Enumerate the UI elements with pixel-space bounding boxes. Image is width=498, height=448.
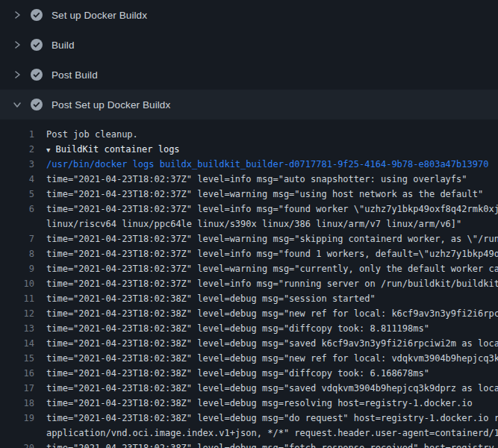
line-number[interactable]: 11 — [0, 291, 34, 306]
check-circle-icon — [31, 9, 43, 21]
line-number[interactable]: 1 — [0, 127, 34, 142]
line-number[interactable]: 8 — [0, 246, 34, 261]
line-number[interactable]: 2 — [0, 142, 34, 157]
log-line: 9time="2021-04-23T18:02:37Z" level=warni… — [0, 261, 498, 276]
section-header-build[interactable]: Build — [0, 30, 498, 60]
log-line: 14time="2021-04-23T18:02:38Z" level=debu… — [0, 336, 498, 351]
log-text: time="2021-04-23T18:02:37Z" level=warnin… — [46, 231, 498, 246]
log-line: 8time="2021-04-23T18:02:37Z" level=info … — [0, 246, 498, 261]
chevron-right-icon — [12, 40, 22, 49]
section-header-post-set-up-docker-buildx[interactable]: Post Set up Docker Buildx — [0, 90, 498, 119]
line-number — [0, 217, 34, 231]
line-number[interactable]: 7 — [0, 231, 34, 246]
log-text: time="2021-04-23T18:02:37Z" level=warnin… — [46, 187, 498, 202]
log-text: application/vnd.oci.image.index.v1+json,… — [46, 426, 498, 441]
log-line: application/vnd.oci.image.index.v1+json,… — [0, 426, 498, 441]
line-number[interactable]: 5 — [0, 187, 34, 202]
log-line: linux/riscv64 linux/ppc64le linux/s390x … — [0, 217, 498, 231]
section-label: Post Build — [52, 69, 98, 81]
chevron-right-icon — [12, 10, 22, 19]
log-line: 7time="2021-04-23T18:02:37Z" level=warni… — [0, 231, 498, 246]
log-line: 12time="2021-04-23T18:02:38Z" level=debu… — [0, 306, 498, 321]
log-text: linux/riscv64 linux/ppc64le linux/s390x … — [46, 217, 498, 231]
group-label[interactable]: BuildKit container logs — [55, 144, 179, 155]
log-text: time="2021-04-23T18:02:37Z" level=info m… — [46, 246, 498, 261]
log-text: time="2021-04-23T18:02:37Z" level=info m… — [46, 172, 498, 187]
log-text: time="2021-04-23T18:02:38Z" level=debug … — [46, 351, 498, 366]
line-number[interactable]: 16 — [0, 366, 34, 381]
check-circle-icon — [31, 99, 43, 111]
log-line: 6time="2021-04-23T18:02:37Z" level=info … — [0, 202, 498, 217]
log-line: 3/usr/bin/docker logs buildx_buildkit_bu… — [0, 157, 498, 172]
log-text: time="2021-04-23T18:02:37Z" level=info m… — [46, 202, 498, 217]
chevron-down-icon — [12, 100, 22, 109]
log-text: time="2021-04-23T18:02:38Z" level=debug … — [46, 396, 498, 411]
section-label: Post Set up Docker Buildx — [52, 99, 170, 111]
log-text: time="2021-04-23T18:02:38Z" level=debug … — [46, 321, 498, 336]
chevron-right-icon — [12, 70, 22, 79]
log-line: 10time="2021-04-23T18:02:37Z" level=info… — [0, 276, 498, 291]
log-text: time="2021-04-23T18:02:37Z" level=warnin… — [46, 261, 498, 276]
section-header-set-up-docker-buildx[interactable]: Set up Docker Buildx — [0, 0, 498, 30]
line-number[interactable]: 15 — [0, 351, 34, 366]
log-line: 11time="2021-04-23T18:02:38Z" level=debu… — [0, 291, 498, 306]
log-line: 17time="2021-04-23T18:02:38Z" level=debu… — [0, 381, 498, 396]
line-number[interactable]: 18 — [0, 396, 34, 411]
line-number[interactable]: 19 — [0, 411, 34, 426]
log-line: 18time="2021-04-23T18:02:38Z" level=debu… — [0, 396, 498, 411]
line-number[interactable]: 6 — [0, 202, 34, 217]
log-text: time="2021-04-23T18:02:38Z" level=debug … — [46, 441, 498, 448]
line-number[interactable]: 14 — [0, 336, 34, 351]
log-line: 5time="2021-04-23T18:02:37Z" level=warni… — [0, 187, 498, 202]
line-number[interactable]: 12 — [0, 306, 34, 321]
log-text: time="2021-04-23T18:02:38Z" level=debug … — [46, 381, 498, 396]
section-label: Set up Docker Buildx — [52, 10, 147, 21]
log-area: 1Post job cleanup.2▼BuildKit container l… — [0, 119, 498, 448]
line-number[interactable]: 17 — [0, 381, 34, 396]
line-number[interactable]: 4 — [0, 172, 34, 187]
section-label: Build — [52, 40, 75, 51]
line-number[interactable]: 20 — [0, 441, 34, 448]
log-line: 13time="2021-04-23T18:02:38Z" level=debu… — [0, 321, 498, 336]
log-command-text: /usr/bin/docker logs buildx_buildkit_bui… — [46, 157, 498, 172]
log-text: time="2021-04-23T18:02:37Z" level=info m… — [46, 276, 498, 291]
line-number — [0, 426, 34, 441]
check-circle-icon — [31, 39, 43, 51]
log-line: 2▼BuildKit container logs — [0, 142, 498, 157]
log-text: time="2021-04-23T18:02:38Z" level=debug … — [46, 291, 498, 306]
log-text: time="2021-04-23T18:02:38Z" level=debug … — [46, 366, 498, 381]
log-text: Post job cleanup. — [46, 127, 498, 142]
log-line: 1Post job cleanup. — [0, 127, 498, 142]
line-number[interactable]: 10 — [0, 276, 34, 291]
log-line: 4time="2021-04-23T18:02:37Z" level=info … — [0, 172, 498, 187]
line-number[interactable]: 9 — [0, 261, 34, 276]
log-text: time="2021-04-23T18:02:38Z" level=debug … — [46, 336, 498, 351]
log-text: time="2021-04-23T18:02:38Z" level=debug … — [46, 411, 498, 426]
line-number[interactable]: 13 — [0, 321, 34, 336]
check-circle-icon — [31, 69, 43, 81]
group-collapse-icon[interactable]: ▼ — [46, 146, 50, 154]
line-number[interactable]: 3 — [0, 157, 34, 172]
log-line: 15time="2021-04-23T18:02:38Z" level=debu… — [0, 351, 498, 366]
log-text: ▼BuildKit container logs — [46, 142, 498, 157]
log-line: 19time="2021-04-23T18:02:38Z" level=debu… — [0, 411, 498, 426]
log-text: time="2021-04-23T18:02:38Z" level=debug … — [46, 306, 498, 321]
actions-log-viewer: Set up Docker Buildx Build Post Build Po… — [0, 0, 498, 448]
section-header-post-build[interactable]: Post Build — [0, 60, 498, 90]
log-line: 20time="2021-04-23T18:02:38Z" level=debu… — [0, 441, 498, 448]
log-line: 16time="2021-04-23T18:02:38Z" level=debu… — [0, 366, 498, 381]
